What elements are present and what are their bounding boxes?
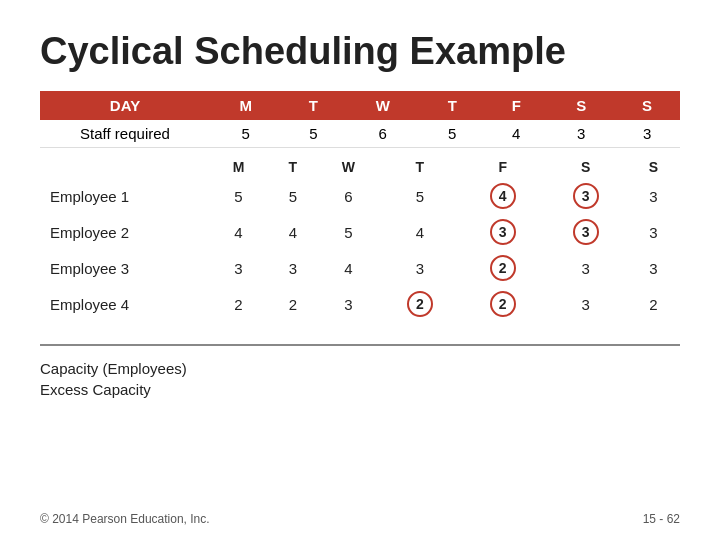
staff-t2: 5 [420,120,484,148]
employee-name: Employee 2 [40,214,210,250]
employee-cell: 3 [544,178,627,214]
employee-cell: 3 [267,250,318,286]
staff-required-row: Staff required 5 5 6 5 4 3 3 [40,120,680,148]
employee-cell: 2 [461,250,544,286]
employee-cell: 2 [378,286,461,322]
employee-cell: 3 [627,250,680,286]
staff-f: 4 [484,120,548,148]
employee-cell: 2 [461,286,544,322]
staff-t1: 5 [281,120,345,148]
page-title: Cyclical Scheduling Example [40,30,680,73]
footer-right: 15 - 62 [643,512,680,526]
employee-cell: 2 [267,286,318,322]
employee-cell: 3 [461,214,544,250]
excess-label: Excess Capacity [40,381,680,398]
employee-cell: 5 [378,178,461,214]
employee-cell: 3 [544,214,627,250]
staff-s1: 3 [548,120,614,148]
employee-row: Employee 15565433 [40,178,680,214]
employee-name: Employee 4 [40,286,210,322]
data-col-t1: T [267,156,318,178]
employee-row: Employee 24454333 [40,214,680,250]
employee-section: M T W T F S S Employee 15565433Employee … [40,156,680,322]
col-t2: T [420,91,484,120]
footer: © 2014 Pearson Education, Inc. 15 - 62 [40,512,680,526]
staff-s2: 3 [614,120,680,148]
employee-cell: 4 [267,214,318,250]
col-f: F [484,91,548,120]
data-col-f: F [461,156,544,178]
divider [40,344,680,346]
employee-cell: 4 [461,178,544,214]
employee-cell: 2 [627,286,680,322]
data-col-w: W [319,156,379,178]
employee-name: Employee 1 [40,178,210,214]
emp-col-label [40,156,210,178]
employee-table: M T W T F S S Employee 15565433Employee … [40,156,680,322]
col-t1: T [281,91,345,120]
employee-cell: 2 [210,286,267,322]
data-col-s1: S [544,156,627,178]
employee-cell: 4 [210,214,267,250]
employee-cell: 3 [627,178,680,214]
staff-label: Staff required [40,120,210,148]
employee-cell: 3 [210,250,267,286]
employee-name: Employee 3 [40,250,210,286]
data-col-s2: S [627,156,680,178]
employee-cell: 3 [627,214,680,250]
employee-cell: 5 [319,214,379,250]
employee-cell: 3 [378,250,461,286]
page-container: Cyclical Scheduling Example DAY M T W T … [0,0,720,422]
employee-cell: 3 [319,286,379,322]
schedule-header-table: DAY M T W T F S S Staff required 5 5 6 5… [40,91,680,148]
employee-cell: 4 [319,250,379,286]
col-s2: S [614,91,680,120]
header-row: DAY M T W T F S S [40,91,680,120]
data-col-m: M [210,156,267,178]
col-m: M [210,91,281,120]
employee-cell: 4 [378,214,461,250]
col-w: W [345,91,420,120]
employee-cell: 5 [267,178,318,214]
day-header: DAY [40,91,210,120]
data-header-row: M T W T F S S [40,156,680,178]
employee-cell: 3 [544,286,627,322]
capacity-label: Capacity (Employees) [40,360,680,377]
employee-row: Employee 42232232 [40,286,680,322]
staff-m: 5 [210,120,281,148]
staff-w: 6 [345,120,420,148]
employee-cell: 6 [319,178,379,214]
col-s1: S [548,91,614,120]
employee-row: Employee 33343233 [40,250,680,286]
employee-cell: 3 [544,250,627,286]
data-col-t2: T [378,156,461,178]
employee-cell: 5 [210,178,267,214]
footer-left: © 2014 Pearson Education, Inc. [40,512,210,526]
